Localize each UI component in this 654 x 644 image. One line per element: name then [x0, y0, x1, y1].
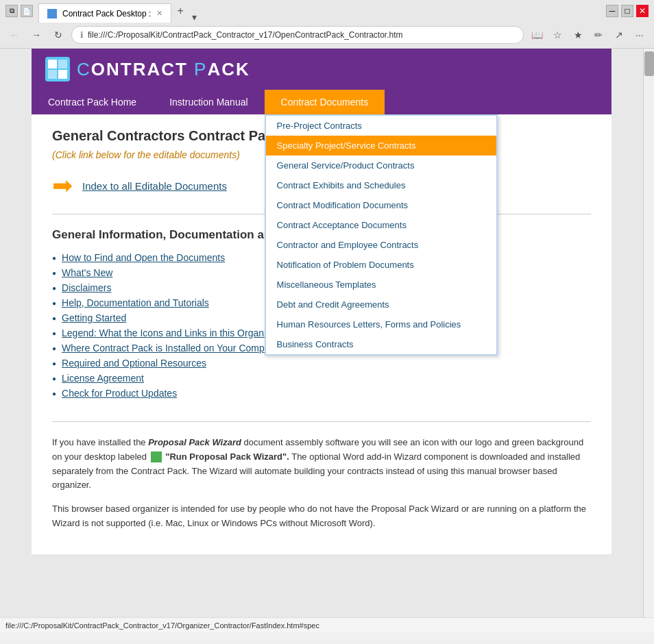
dropdown-modification[interactable]: Contract Modification Documents [266, 195, 496, 215]
arrow-icon: ➡ [52, 171, 73, 200]
scrollbar[interactable] [643, 49, 654, 617]
link-find-open[interactable]: How to Find and Open the Documents [62, 252, 225, 263]
address-bar[interactable]: ℹ file:///C:/ProposalKit/ContractPack_Co… [71, 26, 524, 44]
bullet-icon: ● [52, 360, 56, 367]
nav-documents-container: Contract Documents Pre-Project Contracts… [265, 90, 385, 114]
reader-view-button[interactable]: 📖 [528, 26, 546, 44]
index-link[interactable]: Index to all Editable Documents [82, 180, 227, 192]
link-getting-started[interactable]: Getting Started [62, 312, 126, 323]
bullet-icon: ● [52, 254, 56, 262]
scroll-thumb[interactable] [644, 51, 654, 76]
dropdown-hr[interactable]: Human Resources Letters, Forms and Polic… [266, 314, 496, 334]
bullet-icon: ● [52, 330, 56, 337]
dropdown-debt[interactable]: Debt and Credit Agreements [266, 295, 496, 314]
browser-tab[interactable]: Contract Pack Desktop : ✕ [38, 3, 171, 23]
svg-rect-1 [48, 60, 57, 69]
link-disclaimers[interactable]: Disclaimers [62, 282, 111, 293]
paragraph-1: If you have installed the Proposal Pack … [52, 436, 591, 493]
maximize-button[interactable]: □ [621, 5, 633, 17]
new-tab-button[interactable]: + [171, 2, 189, 20]
restore-button[interactable]: ⧉ [5, 5, 18, 17]
bookmark-button[interactable]: ☆ [548, 26, 566, 44]
bullet-icon: ● [52, 375, 56, 382]
bullet-icon: ● [52, 390, 56, 397]
link-help-docs[interactable]: Help, Documentation and Tutorials [62, 297, 209, 308]
divider-2 [52, 421, 591, 422]
window-controls: ⧉ 📄 [5, 5, 33, 17]
svg-rect-2 [58, 60, 67, 69]
forward-button[interactable]: → [27, 26, 45, 44]
list-item: ● License Agreement [52, 371, 591, 386]
dropdown-business[interactable]: Business Contracts [266, 334, 496, 354]
paragraph-2: This browser based organizer is intended… [52, 502, 591, 531]
tab-favicon [47, 9, 57, 18]
svg-rect-4 [58, 70, 67, 79]
dropdown-miscellaneous[interactable]: Miscellaneous Templates [266, 275, 496, 295]
bullet-icon: ● [52, 345, 56, 352]
tab-close-button[interactable]: ✕ [156, 9, 162, 18]
nav-manual[interactable]: Instruction Manual [153, 90, 264, 114]
address-text: file:///C:/ProposalKit/ContractPack_Cont… [88, 30, 403, 40]
status-bar: file:///C:/ProposalKit/ContractPack_Cont… [0, 617, 654, 632]
list-item: ● Check for Product Updates [52, 386, 591, 401]
bullet-icon: ● [52, 299, 56, 307]
link-where-installed[interactable]: Where Contract Pack is Installed on Your… [62, 343, 281, 354]
site-header: CONTRACT PACK [32, 49, 611, 90]
link-updates[interactable]: Check for Product Updates [62, 388, 177, 399]
dropdown-specialty[interactable]: Specialty Project/Service Contracts [266, 136, 496, 156]
dropdown-contractor[interactable]: Contractor and Employee Contracts [266, 235, 496, 255]
tab-title: Contract Pack Desktop : [62, 9, 151, 18]
logo-icon [45, 57, 70, 82]
bullet-icon: ● [52, 314, 56, 322]
nav-documents[interactable]: Contract Documents [265, 90, 385, 114]
dropdown-pre-project[interactable]: Pre-Project Contracts [266, 116, 496, 136]
main-nav: Contract Pack Home Instruction Manual Co… [32, 90, 611, 114]
contract-documents-dropdown: Pre-Project Contracts Specialty Project/… [265, 114, 498, 356]
dropdown-notification[interactable]: Notification of Problem Documents [266, 255, 496, 275]
refresh-button[interactable]: ↻ [49, 26, 67, 44]
wizard-icon [151, 451, 162, 462]
share-button[interactable]: ↗ [610, 26, 628, 44]
more-button[interactable]: ··· [631, 26, 649, 44]
link-resources[interactable]: Required and Optional Resources [62, 358, 206, 369]
bullet-icon: ● [52, 269, 56, 277]
site-title: CONTRACT PACK [77, 59, 250, 80]
nav-home[interactable]: Contract Pack Home [32, 90, 153, 114]
tab-dropdown-button[interactable]: ▾ [192, 12, 197, 23]
list-item: ● Required and Optional Resources [52, 356, 591, 371]
back-button[interactable]: ← [5, 26, 23, 44]
close-window-button[interactable]: ✕ [636, 5, 649, 17]
link-license[interactable]: License Agreement [62, 373, 144, 384]
bullet-icon: ● [52, 284, 56, 292]
wizard-run-label: "Run Proposal Pack Wizard". [165, 451, 289, 462]
favorites-button[interactable]: ★ [569, 26, 587, 44]
dropdown-general-service[interactable]: General Service/Product Contracts [266, 156, 496, 175]
dropdown-acceptance[interactable]: Contract Acceptance Documents [266, 215, 496, 235]
dropdown-exhibits[interactable]: Contract Exhibits and Schedules [266, 175, 496, 195]
notes-button[interactable]: ✏ [590, 26, 607, 44]
minimize-button[interactable]: ─ [606, 5, 618, 17]
status-text: file:///C:/ProposalKit/ContractPack_Cont… [5, 621, 319, 630]
link-whats-new[interactable]: What's New [62, 267, 112, 278]
page-icon: 📄 [21, 5, 33, 17]
svg-rect-3 [48, 70, 57, 79]
